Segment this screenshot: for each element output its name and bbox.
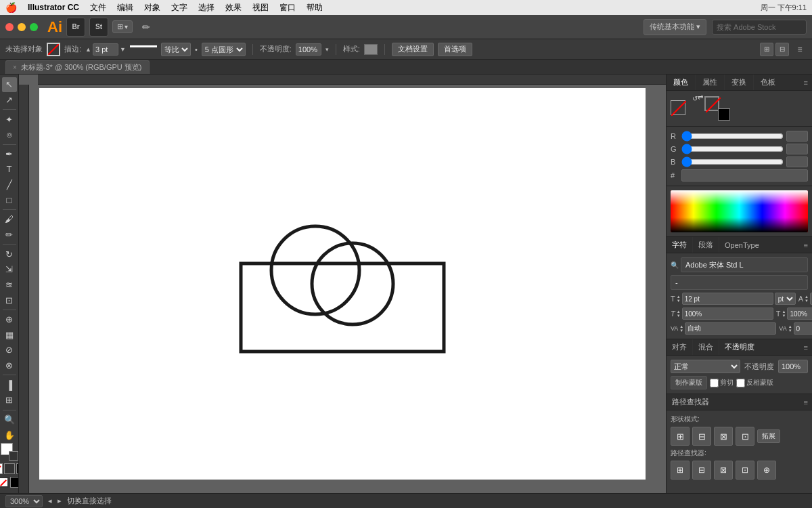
- shape-intersect-btn[interactable]: ⊠: [714, 427, 733, 446]
- fg-fill-box[interactable]: [704, 96, 719, 111]
- pencil-tool[interactable]: ✏: [2, 228, 17, 242]
- select-tool[interactable]: ↖: [2, 77, 17, 92]
- pf-trim-btn[interactable]: ⊟: [692, 461, 711, 480]
- window-maximize[interactable]: [30, 23, 38, 31]
- clip-mask-check[interactable]: 剪切: [710, 378, 734, 387]
- scale-tool[interactable]: ⇲: [2, 262, 17, 277]
- rotate-tool[interactable]: ↻: [2, 247, 17, 261]
- panel-menu-btn[interactable]: ≡: [800, 78, 812, 87]
- tab-properties[interactable]: 属性: [696, 75, 725, 90]
- menu-edit[interactable]: 编辑: [117, 2, 133, 14]
- stroke-down-icon[interactable]: ▼: [120, 46, 126, 53]
- opacity-arrow[interactable]: ▾: [325, 46, 329, 53]
- b-slider[interactable]: [681, 159, 784, 165]
- opacity-value-input[interactable]: [778, 360, 808, 373]
- warp-tool[interactable]: ≋: [2, 278, 17, 293]
- stroke-none-icon[interactable]: [0, 477, 9, 488]
- pen-tool[interactable]: ✒: [2, 147, 17, 162]
- tracking-down[interactable]: ▼: [679, 329, 683, 333]
- stock-icon[interactable]: St: [89, 18, 108, 37]
- text-tool[interactable]: T: [2, 162, 17, 177]
- window-close[interactable]: [5, 23, 14, 31]
- pen-switcher[interactable]: ✏: [137, 18, 156, 37]
- line-tool[interactable]: ╱: [2, 177, 17, 192]
- lasso-tool[interactable]: ⌾: [2, 127, 17, 142]
- fg-color-swatch[interactable]: [671, 100, 685, 115]
- canvas-area[interactable]: [19, 75, 666, 493]
- pf-crop-btn[interactable]: ⊡: [736, 461, 754, 480]
- scale-h-input[interactable]: [682, 308, 773, 320]
- kerning-down[interactable]: ▼: [788, 329, 792, 333]
- scale-v-down[interactable]: ▼: [782, 314, 786, 318]
- doc-tab[interactable]: × 未标题-3* @ 300% (RGB/GPU 预览): [5, 60, 150, 74]
- paintbrush-tool[interactable]: 🖌: [2, 212, 17, 227]
- make-mask-btn[interactable]: 制作蒙版: [671, 376, 707, 389]
- b-input[interactable]: [786, 156, 808, 167]
- menu-help[interactable]: 帮助: [307, 2, 323, 14]
- menu-effect[interactable]: 效果: [225, 2, 242, 14]
- pathfinder-panel-menu[interactable]: ≡: [800, 398, 812, 407]
- shape-select[interactable]: 5 点圆形: [202, 43, 246, 56]
- fg-bg-colors[interactable]: [1, 443, 18, 461]
- swap-colors[interactable]: ⇄: [698, 93, 703, 101]
- menu-text[interactable]: 文字: [171, 2, 187, 14]
- magic-wand-tool[interactable]: ✦: [2, 112, 17, 127]
- workspace-switcher[interactable]: ⊞ ▾: [112, 20, 133, 33]
- font-size-unit[interactable]: pt: [775, 293, 796, 305]
- scale-h-down[interactable]: ▼: [677, 314, 681, 318]
- tab-color[interactable]: 颜色: [667, 75, 696, 90]
- opacity-input[interactable]: [296, 43, 321, 56]
- r-slider[interactable]: [681, 133, 784, 139]
- r-input[interactable]: [786, 131, 808, 142]
- direct-select-tool[interactable]: ↗: [2, 93, 17, 108]
- tab-opacity[interactable]: 不透明度: [719, 339, 760, 355]
- classic-workspace-btn[interactable]: 传统基本功能 ▾: [644, 19, 706, 35]
- blend-mode-select[interactable]: 正常: [671, 360, 740, 373]
- eyedropper-tool[interactable]: ⊘: [2, 343, 17, 358]
- bg-fill-box[interactable]: [718, 108, 730, 121]
- reset-default-colors[interactable]: ↺: [692, 95, 698, 102]
- font-size-down[interactable]: ▼: [677, 299, 681, 303]
- tracking-input[interactable]: [685, 322, 776, 335]
- stroke-width-input[interactable]: [93, 43, 118, 56]
- stroke-color-indicator[interactable]: [47, 43, 60, 56]
- pf-divide-btn[interactable]: ⊞: [671, 461, 690, 480]
- tab-align[interactable]: 对齐: [667, 339, 693, 355]
- rect-tool[interactable]: □: [2, 192, 17, 207]
- blend-tool[interactable]: ⊗: [2, 358, 17, 373]
- tab-character[interactable]: 字符: [667, 237, 693, 253]
- kerning-input[interactable]: [794, 322, 812, 335]
- window-minimize[interactable]: [18, 23, 26, 31]
- stroke-solid-icon[interactable]: [10, 477, 20, 488]
- apple-menu[interactable]: 🍎: [5, 2, 17, 13]
- chart-tool[interactable]: ▐: [2, 377, 17, 392]
- menu-view[interactable]: 视图: [252, 2, 269, 14]
- tab-opentype[interactable]: OpenType: [719, 238, 765, 252]
- gradient-tool[interactable]: ▦: [2, 328, 17, 343]
- doc-settings-btn[interactable]: 文档设置: [392, 43, 434, 56]
- stroke-type-select[interactable]: 等比: [161, 43, 191, 56]
- style-preview[interactable]: [364, 44, 378, 55]
- preferences-btn[interactable]: 首选项: [438, 43, 472, 56]
- tab-paragraph[interactable]: 段落: [693, 237, 719, 253]
- font-size-input[interactable]: [682, 293, 773, 305]
- font-style-input[interactable]: [671, 275, 808, 290]
- tab-swatches[interactable]: 色板: [754, 75, 782, 90]
- status-arrow-right[interactable]: ▸: [58, 496, 62, 505]
- solid-icon[interactable]: [4, 463, 15, 474]
- artboard-tool[interactable]: ⊞: [2, 393, 17, 408]
- none-icon[interactable]: [0, 463, 3, 474]
- font-name-input[interactable]: [681, 257, 808, 272]
- g-slider[interactable]: [681, 146, 784, 152]
- status-arrow-left[interactable]: ◂: [48, 496, 52, 505]
- shape-exclude-btn[interactable]: ⊡: [736, 427, 754, 446]
- tab-transform[interactable]: 变换: [725, 75, 754, 90]
- zoom-tool[interactable]: 🔍: [2, 412, 17, 427]
- doc-tab-close[interactable]: ×: [13, 64, 17, 71]
- color-spectrum[interactable]: [671, 190, 808, 232]
- expand-btn[interactable]: 拓展: [757, 429, 780, 443]
- search-stock-input[interactable]: [712, 20, 807, 35]
- menu-object[interactable]: 对象: [144, 2, 160, 14]
- menu-file[interactable]: 文件: [90, 2, 106, 14]
- menu-window[interactable]: 窗口: [279, 2, 296, 14]
